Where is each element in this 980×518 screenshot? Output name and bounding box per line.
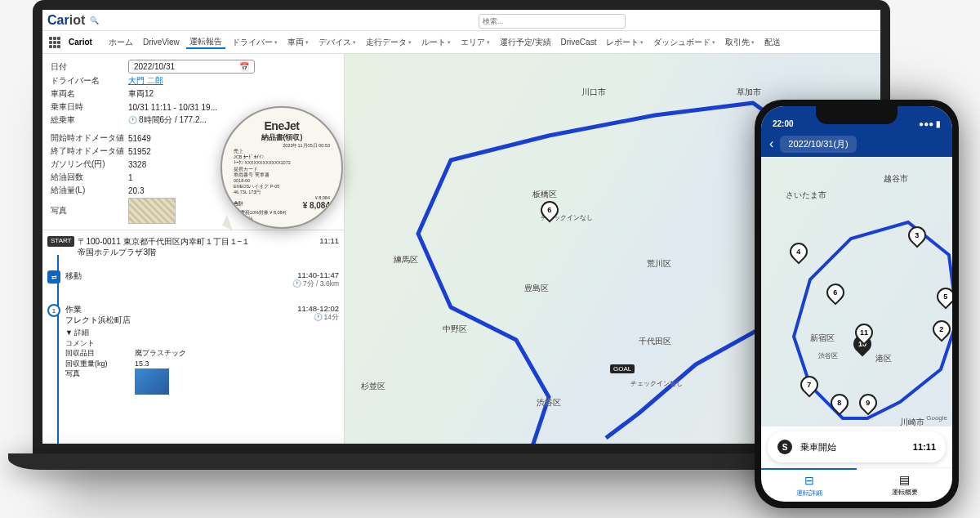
chevron-down-icon: ▾: [487, 39, 490, 46]
nav-delivery[interactable]: 配送: [761, 37, 784, 48]
signal-battery-icons: ●●● ▮: [919, 119, 941, 128]
receipt-zoom: EneJet 納品書(領収) 2022年11月05日 00:53 売上 JCB …: [220, 106, 343, 229]
item-label: 回収品目: [65, 348, 135, 359]
vehicle-label: 車両名: [51, 88, 128, 100]
card-time: 11:11: [913, 442, 936, 452]
driver-label: ドライバー名: [51, 75, 128, 87]
clock-icon: 🕐: [292, 279, 301, 288]
move-time: 11:40-11:47: [292, 270, 339, 279]
phone-map[interactable]: さいたま市 越谷市 新宿区 港区 渋谷区 川崎市 3 4 5 6 2 7 8 9…: [761, 157, 952, 426]
weight-label: 回収重量(kg): [65, 359, 135, 369]
move-duration: 🕐7分 / 3.6km: [292, 279, 339, 289]
task-body: 作業フレクト浜松町店: [65, 304, 297, 325]
receipt-date: 2022年11月05日 00:53: [234, 143, 330, 149]
chevron-down-icon: ▾: [353, 39, 356, 46]
gas-cost-label: ガソリン代(円): [51, 159, 128, 170]
nav-driveview[interactable]: DriveView: [140, 38, 183, 47]
app-launcher-icon[interactable]: [49, 37, 60, 48]
phone-date[interactable]: 2022/10/31(月): [780, 136, 856, 153]
start-address: 〒100-0011 東京都千代田区内幸町１丁目１−１帝国ホテルプラザ3階: [78, 236, 319, 257]
google-logo: Google: [926, 414, 947, 422]
phone-header: ‹ 2022/10/31(月): [761, 131, 952, 157]
nav-report[interactable]: 運転報告: [186, 36, 225, 49]
document-icon: ▤: [899, 473, 910, 486]
chevron-down-icon: ▾: [274, 39, 278, 46]
back-icon[interactable]: ‹: [769, 136, 773, 151]
weight-value: 15.3: [135, 359, 149, 368]
nav-vehicle[interactable]: 車両▾: [284, 37, 312, 48]
start-badge: S: [777, 440, 792, 454]
nav-device[interactable]: デバイス▾: [315, 37, 359, 48]
receipt-brand: EneJet: [234, 119, 330, 132]
ride-time-label: 乗車日時: [51, 101, 128, 113]
top-header: Cariot 🔍: [42, 10, 880, 31]
task-details: ▼ 詳細 コメント 回収品目廃プラスチック 回収重量(kg)15.3 写真: [65, 328, 339, 395]
odo-end-label: 終了時オドメータ値: [51, 145, 128, 157]
chevron-down-icon: ▾: [712, 39, 715, 46]
start-badge: START: [47, 236, 74, 247]
phone-tabs: ⊟運転詳細 ▤運転概要: [761, 467, 952, 502]
app-logo: Cariot: [47, 13, 85, 28]
phone-route-path: [761, 157, 952, 426]
receipt-title: 納品書(領収): [234, 132, 330, 143]
nav-dashboard[interactable]: ダッシュボード▾: [650, 37, 719, 48]
clock-icon: 🕐: [314, 313, 323, 321]
refuel-count-label: 給油回数: [51, 172, 128, 183]
chevron-down-icon: ▾: [751, 39, 755, 46]
task-photo-thumbnail[interactable]: [135, 368, 169, 395]
goal-badge: GOAL: [610, 364, 635, 373]
vehicle-value: 車両12: [128, 88, 336, 100]
photo-label: 写真: [51, 205, 128, 217]
timeline: START 〒100-0011 東京都千代田区内幸町１丁目１−１帝国ホテルプラザ…: [42, 230, 344, 444]
move-node-icon: ⇄: [47, 270, 60, 284]
move-label: 移動: [65, 270, 292, 289]
calendar-icon: 📅: [239, 62, 249, 71]
date-input[interactable]: 2022/10/31📅: [128, 60, 255, 74]
task-time: 11:48-12:02: [297, 304, 339, 313]
chevron-down-icon: ▾: [408, 39, 412, 46]
item-value: 廃プラスチック: [135, 349, 186, 357]
phone-notch: [816, 106, 898, 124]
nav-schedule[interactable]: 運行予定/実績: [497, 37, 555, 48]
nav-route[interactable]: ルート▾: [418, 37, 454, 48]
task-duration: 🕐14分: [297, 313, 339, 323]
task-node: 1: [47, 304, 60, 317]
receipt-subtotal: ¥ 8,084: [234, 195, 330, 201]
clock-icon: 🕐: [128, 116, 137, 124]
fuel-label: 給油量(L): [51, 185, 128, 196]
comment-label: コメント: [65, 338, 135, 349]
chevron-down-icon: ▾: [448, 39, 451, 46]
tab-summary[interactable]: ▤運転概要: [857, 468, 952, 502]
receipt-thumbnail[interactable]: [128, 198, 176, 224]
search-input[interactable]: [479, 14, 626, 29]
nav-home[interactable]: ホーム: [105, 37, 136, 48]
nav-drivedata[interactable]: 走行データ▾: [363, 37, 415, 48]
nav-report-menu[interactable]: レポート▾: [603, 37, 647, 48]
search-icon: 🔍: [90, 16, 99, 25]
chevron-down-icon: ▾: [640, 39, 644, 46]
timeline-photo-label: 写真: [65, 368, 135, 379]
date-label: 日付: [51, 61, 128, 73]
app-name: Cariot: [69, 38, 92, 47]
total-label: 総乗車: [51, 114, 128, 126]
phone-ride-card[interactable]: S 乗車開始 11:11: [768, 431, 946, 462]
nav-client[interactable]: 取引先▾: [722, 37, 758, 48]
sliders-icon: ⊟: [804, 474, 814, 487]
nav-bar: Cariot ホーム DriveView 運転報告 ドライバー▾ 車両▾ デバイ…: [42, 31, 880, 54]
driver-link[interactable]: 大門 二郎: [128, 75, 336, 87]
nav-driver[interactable]: ドライバー▾: [229, 37, 281, 48]
tab-detail[interactable]: ⊟運転詳細: [761, 468, 857, 502]
chevron-down-icon: ▾: [305, 39, 309, 46]
odo-start-label: 開始時オドメータ値: [51, 132, 128, 144]
nav-area[interactable]: エリア▾: [457, 37, 493, 48]
start-time: 11:11: [319, 236, 339, 257]
receipt-total: ¥ 8,084: [303, 201, 330, 210]
detail-toggle[interactable]: ▼ 詳細: [65, 328, 339, 338]
phone-frame: 22:00●●● ▮ ‹ 2022/10/31(月) さいたま市 越谷市 新宿区…: [755, 100, 959, 508]
nav-drivecast[interactable]: DriveCast: [558, 38, 600, 47]
card-label: 乗車開始: [800, 441, 836, 453]
